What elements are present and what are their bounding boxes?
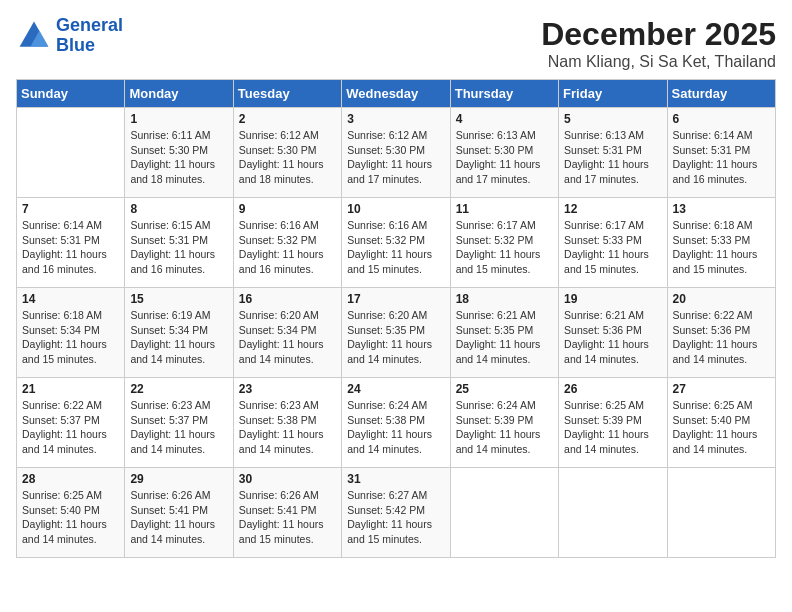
- calendar-body: 1Sunrise: 6:11 AM Sunset: 5:30 PM Daylig…: [17, 108, 776, 558]
- day-number: 31: [347, 472, 444, 486]
- day-number: 30: [239, 472, 336, 486]
- page-header: General Blue December 2025 Nam Kliang, S…: [16, 16, 776, 71]
- day-number: 26: [564, 382, 661, 396]
- logo-icon: [16, 18, 52, 54]
- day-number: 2: [239, 112, 336, 126]
- day-info: Sunrise: 6:25 AM Sunset: 5:39 PM Dayligh…: [564, 398, 661, 457]
- calendar-cell: 6Sunrise: 6:14 AM Sunset: 5:31 PM Daylig…: [667, 108, 775, 198]
- calendar-cell: 7Sunrise: 6:14 AM Sunset: 5:31 PM Daylig…: [17, 198, 125, 288]
- day-number: 5: [564, 112, 661, 126]
- day-number: 24: [347, 382, 444, 396]
- day-number: 22: [130, 382, 227, 396]
- day-info: Sunrise: 6:11 AM Sunset: 5:30 PM Dayligh…: [130, 128, 227, 187]
- day-info: Sunrise: 6:22 AM Sunset: 5:36 PM Dayligh…: [673, 308, 770, 367]
- day-number: 16: [239, 292, 336, 306]
- day-info: Sunrise: 6:25 AM Sunset: 5:40 PM Dayligh…: [22, 488, 119, 547]
- day-info: Sunrise: 6:21 AM Sunset: 5:36 PM Dayligh…: [564, 308, 661, 367]
- day-info: Sunrise: 6:14 AM Sunset: 5:31 PM Dayligh…: [22, 218, 119, 277]
- day-info: Sunrise: 6:27 AM Sunset: 5:42 PM Dayligh…: [347, 488, 444, 547]
- calendar-cell: 5Sunrise: 6:13 AM Sunset: 5:31 PM Daylig…: [559, 108, 667, 198]
- calendar-cell: [450, 468, 558, 558]
- day-info: Sunrise: 6:15 AM Sunset: 5:31 PM Dayligh…: [130, 218, 227, 277]
- title-block: December 2025 Nam Kliang, Si Sa Ket, Tha…: [541, 16, 776, 71]
- day-info: Sunrise: 6:17 AM Sunset: 5:33 PM Dayligh…: [564, 218, 661, 277]
- calendar-week-row: 7Sunrise: 6:14 AM Sunset: 5:31 PM Daylig…: [17, 198, 776, 288]
- day-info: Sunrise: 6:23 AM Sunset: 5:37 PM Dayligh…: [130, 398, 227, 457]
- calendar-week-row: 1Sunrise: 6:11 AM Sunset: 5:30 PM Daylig…: [17, 108, 776, 198]
- calendar-week-row: 14Sunrise: 6:18 AM Sunset: 5:34 PM Dayli…: [17, 288, 776, 378]
- weekday-header-cell: Tuesday: [233, 80, 341, 108]
- weekday-header-cell: Wednesday: [342, 80, 450, 108]
- day-number: 29: [130, 472, 227, 486]
- day-number: 11: [456, 202, 553, 216]
- day-number: 20: [673, 292, 770, 306]
- day-number: 10: [347, 202, 444, 216]
- calendar-week-row: 21Sunrise: 6:22 AM Sunset: 5:37 PM Dayli…: [17, 378, 776, 468]
- calendar-cell: 19Sunrise: 6:21 AM Sunset: 5:36 PM Dayli…: [559, 288, 667, 378]
- day-number: 14: [22, 292, 119, 306]
- day-number: 23: [239, 382, 336, 396]
- calendar-cell: [17, 108, 125, 198]
- weekday-header-cell: Monday: [125, 80, 233, 108]
- logo: General Blue: [16, 16, 123, 56]
- day-number: 18: [456, 292, 553, 306]
- calendar-cell: 23Sunrise: 6:23 AM Sunset: 5:38 PM Dayli…: [233, 378, 341, 468]
- calendar-cell: 3Sunrise: 6:12 AM Sunset: 5:30 PM Daylig…: [342, 108, 450, 198]
- day-info: Sunrise: 6:19 AM Sunset: 5:34 PM Dayligh…: [130, 308, 227, 367]
- month-title: December 2025: [541, 16, 776, 53]
- day-number: 12: [564, 202, 661, 216]
- day-info: Sunrise: 6:18 AM Sunset: 5:34 PM Dayligh…: [22, 308, 119, 367]
- calendar-cell: 10Sunrise: 6:16 AM Sunset: 5:32 PM Dayli…: [342, 198, 450, 288]
- day-number: 28: [22, 472, 119, 486]
- day-number: 4: [456, 112, 553, 126]
- day-number: 17: [347, 292, 444, 306]
- day-number: 15: [130, 292, 227, 306]
- day-number: 27: [673, 382, 770, 396]
- day-info: Sunrise: 6:22 AM Sunset: 5:37 PM Dayligh…: [22, 398, 119, 457]
- calendar-week-row: 28Sunrise: 6:25 AM Sunset: 5:40 PM Dayli…: [17, 468, 776, 558]
- calendar-cell: 16Sunrise: 6:20 AM Sunset: 5:34 PM Dayli…: [233, 288, 341, 378]
- day-number: 9: [239, 202, 336, 216]
- day-info: Sunrise: 6:20 AM Sunset: 5:35 PM Dayligh…: [347, 308, 444, 367]
- day-info: Sunrise: 6:16 AM Sunset: 5:32 PM Dayligh…: [239, 218, 336, 277]
- day-info: Sunrise: 6:16 AM Sunset: 5:32 PM Dayligh…: [347, 218, 444, 277]
- day-number: 3: [347, 112, 444, 126]
- calendar-cell: 31Sunrise: 6:27 AM Sunset: 5:42 PM Dayli…: [342, 468, 450, 558]
- calendar-cell: 29Sunrise: 6:26 AM Sunset: 5:41 PM Dayli…: [125, 468, 233, 558]
- calendar-cell: 21Sunrise: 6:22 AM Sunset: 5:37 PM Dayli…: [17, 378, 125, 468]
- calendar-cell: 20Sunrise: 6:22 AM Sunset: 5:36 PM Dayli…: [667, 288, 775, 378]
- day-info: Sunrise: 6:17 AM Sunset: 5:32 PM Dayligh…: [456, 218, 553, 277]
- day-number: 8: [130, 202, 227, 216]
- weekday-header-row: SundayMondayTuesdayWednesdayThursdayFrid…: [17, 80, 776, 108]
- day-number: 19: [564, 292, 661, 306]
- calendar-cell: 8Sunrise: 6:15 AM Sunset: 5:31 PM Daylig…: [125, 198, 233, 288]
- logo-text: General Blue: [56, 16, 123, 56]
- calendar-cell: [667, 468, 775, 558]
- day-info: Sunrise: 6:20 AM Sunset: 5:34 PM Dayligh…: [239, 308, 336, 367]
- calendar-cell: [559, 468, 667, 558]
- day-number: 6: [673, 112, 770, 126]
- calendar-cell: 18Sunrise: 6:21 AM Sunset: 5:35 PM Dayli…: [450, 288, 558, 378]
- calendar-cell: 22Sunrise: 6:23 AM Sunset: 5:37 PM Dayli…: [125, 378, 233, 468]
- calendar-cell: 12Sunrise: 6:17 AM Sunset: 5:33 PM Dayli…: [559, 198, 667, 288]
- day-number: 21: [22, 382, 119, 396]
- calendar-cell: 1Sunrise: 6:11 AM Sunset: 5:30 PM Daylig…: [125, 108, 233, 198]
- calendar-cell: 9Sunrise: 6:16 AM Sunset: 5:32 PM Daylig…: [233, 198, 341, 288]
- day-info: Sunrise: 6:12 AM Sunset: 5:30 PM Dayligh…: [239, 128, 336, 187]
- day-info: Sunrise: 6:12 AM Sunset: 5:30 PM Dayligh…: [347, 128, 444, 187]
- calendar-cell: 14Sunrise: 6:18 AM Sunset: 5:34 PM Dayli…: [17, 288, 125, 378]
- calendar-cell: 2Sunrise: 6:12 AM Sunset: 5:30 PM Daylig…: [233, 108, 341, 198]
- day-info: Sunrise: 6:13 AM Sunset: 5:30 PM Dayligh…: [456, 128, 553, 187]
- day-number: 25: [456, 382, 553, 396]
- day-info: Sunrise: 6:13 AM Sunset: 5:31 PM Dayligh…: [564, 128, 661, 187]
- day-info: Sunrise: 6:25 AM Sunset: 5:40 PM Dayligh…: [673, 398, 770, 457]
- calendar-cell: 15Sunrise: 6:19 AM Sunset: 5:34 PM Dayli…: [125, 288, 233, 378]
- calendar-cell: 4Sunrise: 6:13 AM Sunset: 5:30 PM Daylig…: [450, 108, 558, 198]
- calendar-cell: 27Sunrise: 6:25 AM Sunset: 5:40 PM Dayli…: [667, 378, 775, 468]
- day-number: 13: [673, 202, 770, 216]
- day-info: Sunrise: 6:24 AM Sunset: 5:38 PM Dayligh…: [347, 398, 444, 457]
- calendar-cell: 24Sunrise: 6:24 AM Sunset: 5:38 PM Dayli…: [342, 378, 450, 468]
- calendar-cell: 30Sunrise: 6:26 AM Sunset: 5:41 PM Dayli…: [233, 468, 341, 558]
- calendar-table: SundayMondayTuesdayWednesdayThursdayFrid…: [16, 79, 776, 558]
- calendar-cell: 17Sunrise: 6:20 AM Sunset: 5:35 PM Dayli…: [342, 288, 450, 378]
